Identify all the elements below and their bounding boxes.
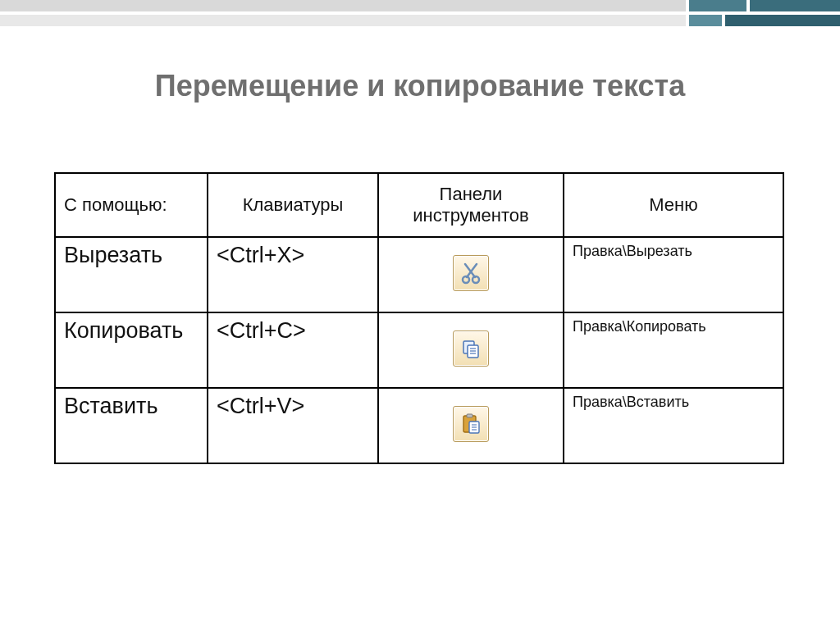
header-menu: Меню <box>564 173 783 237</box>
header-toolbar: Панели инструментов <box>378 173 564 237</box>
action-label: Вставить <box>55 388 208 463</box>
menu-path: Правка\Вставить <box>564 388 783 463</box>
svg-line-1 <box>467 264 477 277</box>
paste-button[interactable] <box>453 406 489 442</box>
svg-point-3 <box>472 276 479 283</box>
action-label: Копировать <box>55 312 208 388</box>
cut-button[interactable] <box>453 255 489 291</box>
table-row: Копировать <Ctrl+C> Правка\Копировать <box>55 312 783 388</box>
clipboard-paste-icon <box>459 412 483 436</box>
action-label: Вырезать <box>55 237 208 312</box>
scissors-icon <box>459 261 483 285</box>
svg-rect-10 <box>467 414 472 417</box>
menu-path: Правка\Вырезать <box>564 237 783 312</box>
decorative-top-bars <box>0 0 840 26</box>
table-header-row: С помощью: Клавиатуры Панели инструменто… <box>55 173 783 237</box>
copy-button[interactable] <box>453 330 489 367</box>
shortcuts-table: С помощью: Клавиатуры Панели инструменто… <box>54 172 784 464</box>
svg-point-2 <box>463 276 469 283</box>
keyboard-shortcut: <Ctrl+X> <box>208 237 378 312</box>
slide-title: Перемещение и копирование текста <box>0 69 840 103</box>
table-row: Вырезать <Ctrl+X> Правка\Вырезать <box>55 237 783 312</box>
copy-icon <box>459 336 483 361</box>
svg-line-0 <box>465 264 475 277</box>
keyboard-shortcut: <Ctrl+V> <box>208 388 378 463</box>
header-using: С помощью: <box>55 173 208 237</box>
keyboard-shortcut: <Ctrl+C> <box>208 312 378 388</box>
header-keyboard: Клавиатуры <box>208 173 378 237</box>
menu-path: Правка\Копировать <box>564 312 783 388</box>
table-row: Вставить <Ctrl+V> Правка\Вставить <box>55 388 783 463</box>
